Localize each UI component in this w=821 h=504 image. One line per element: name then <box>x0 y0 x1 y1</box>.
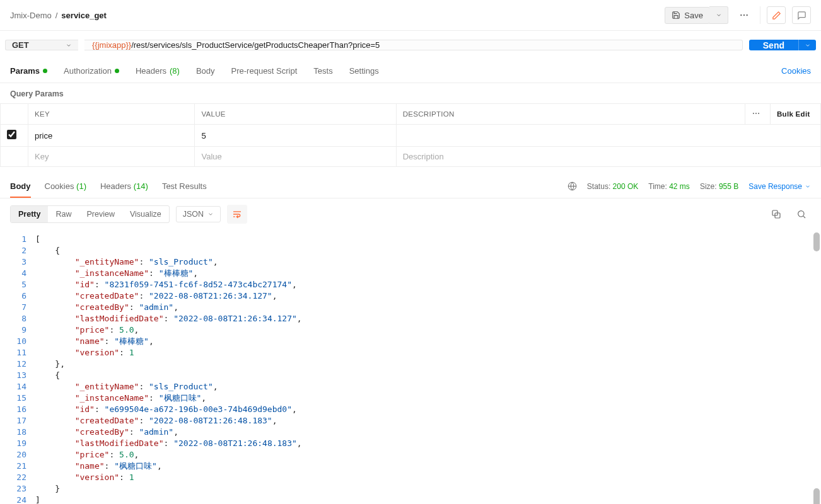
save-icon <box>672 11 680 20</box>
svg-point-3 <box>753 113 754 114</box>
svg-line-12 <box>803 216 805 218</box>
copy-button[interactable] <box>767 205 786 223</box>
tab-body[interactable]: Body <box>196 59 215 83</box>
param-row-empty: Key Value Description <box>1 147 821 167</box>
param-row: price 5 <box>1 125 821 147</box>
param-enable-checkbox[interactable] <box>7 130 16 139</box>
method-label: GET <box>12 40 29 50</box>
param-key-cell[interactable]: price <box>28 125 195 147</box>
comment-icon <box>797 11 806 20</box>
format-select[interactable]: JSON <box>176 206 221 222</box>
tab-headers[interactable]: Headers (8) <box>136 59 180 83</box>
chevron-down-icon <box>207 211 214 217</box>
svg-point-1 <box>743 14 745 16</box>
search-button[interactable] <box>792 205 811 223</box>
param-desc-input[interactable]: Description <box>396 147 820 167</box>
code-content[interactable]: [ { "_entityName": "sls_Product", "_inst… <box>35 230 821 504</box>
top-bar: Jmix-Demo / service_get Save <box>0 0 821 31</box>
tab-params[interactable]: Params <box>10 59 47 83</box>
save-label: Save <box>684 11 703 20</box>
response-body-editor[interactable]: 123456789101112131415161718192021222324 … <box>0 230 821 504</box>
view-visualize[interactable]: Visualize <box>122 206 169 222</box>
resp-tab-headers[interactable]: Headers (14) <box>100 175 148 198</box>
view-raw[interactable]: Raw <box>48 206 79 222</box>
breadcrumb-sep: / <box>55 11 58 20</box>
param-key-input[interactable]: Key <box>28 147 195 167</box>
query-params-title: Query Params <box>0 83 821 103</box>
breadcrumb-current: service_get <box>61 11 107 20</box>
scrollbar-thumb[interactable] <box>813 488 820 504</box>
row-options-button[interactable] <box>745 104 771 125</box>
dots-icon <box>739 10 749 20</box>
chevron-down-icon <box>716 12 722 18</box>
pencil-icon <box>772 11 781 20</box>
scrollbar-thumb[interactable] <box>813 232 820 251</box>
request-tabs: Params Authorization Headers (8) Body Pr… <box>0 59 821 83</box>
resp-tab-tests[interactable]: Test Results <box>162 175 207 198</box>
response-toolbar: Pretty Raw Preview Visualize JSON <box>0 198 821 230</box>
resp-tab-body[interactable]: Body <box>10 175 31 198</box>
line-gutter: 123456789101112131415161718192021222324 <box>0 230 35 504</box>
view-pretty[interactable]: Pretty <box>11 206 48 222</box>
divider <box>760 6 760 24</box>
tab-settings[interactable]: Settings <box>349 59 379 83</box>
cookies-link[interactable]: Cookies <box>781 66 811 76</box>
chevron-down-icon <box>66 42 72 49</box>
dot-icon <box>43 69 47 73</box>
response-tabs: Body Cookies (1) Headers (14) Test Resul… <box>0 175 821 198</box>
save-dropdown[interactable] <box>709 6 728 24</box>
request-row: GET {{jmixapp}}/rest/services/sls_Produc… <box>0 31 821 59</box>
query-params-table: KEY VALUE DESCRIPTION Bulk Edit price 5 … <box>0 103 821 167</box>
param-value-cell[interactable]: 5 <box>195 125 396 147</box>
col-desc: DESCRIPTION <box>396 104 745 125</box>
copy-icon <box>771 209 781 219</box>
response-meta: Status: 200 OK Time: 42 ms Size: 955 B S… <box>568 181 811 191</box>
svg-point-11 <box>798 211 804 217</box>
col-value: VALUE <box>195 104 396 125</box>
more-actions-button[interactable] <box>735 6 754 24</box>
wrap-icon <box>232 209 242 219</box>
method-select[interactable]: GET <box>5 40 78 50</box>
chevron-down-icon <box>805 183 811 190</box>
url-input[interactable]: {{jmixapp}}/rest/services/sls_ProductSer… <box>84 40 743 50</box>
view-preview[interactable]: Preview <box>79 206 122 222</box>
view-mode-segment: Pretty Raw Preview Visualize <box>10 205 170 223</box>
svg-point-4 <box>755 113 757 114</box>
globe-icon[interactable] <box>568 181 577 191</box>
send-dropdown[interactable] <box>798 40 816 50</box>
edit-docs-button[interactable] <box>767 6 786 24</box>
breadcrumb-root[interactable]: Jmix-Demo <box>10 11 52 20</box>
tab-prerequest[interactable]: Pre-request Script <box>231 59 298 83</box>
svg-point-0 <box>740 14 742 16</box>
param-value-input[interactable]: Value <box>195 147 396 167</box>
tab-tests[interactable]: Tests <box>313 59 332 83</box>
resp-tab-cookies[interactable]: Cookies (1) <box>45 175 86 198</box>
send-button[interactable]: Send <box>749 40 798 50</box>
url-variable: {{jmixapp}} <box>92 40 131 50</box>
svg-point-2 <box>746 14 747 16</box>
save-button[interactable]: Save <box>665 7 710 24</box>
param-desc-cell[interactable] <box>396 125 820 147</box>
bulk-edit-button[interactable]: Bulk Edit <box>771 104 821 125</box>
dot-icon <box>115 69 119 73</box>
wrap-lines-button[interactable] <box>227 205 247 224</box>
breadcrumb: Jmix-Demo / service_get <box>10 11 107 20</box>
tab-authorization[interactable]: Authorization <box>64 59 119 83</box>
search-icon <box>796 209 806 219</box>
chevron-down-icon <box>805 42 811 49</box>
col-key: KEY <box>28 104 195 125</box>
dots-icon <box>752 109 760 118</box>
save-response-button[interactable]: Save Response <box>748 182 811 191</box>
svg-point-5 <box>758 113 759 114</box>
comments-button[interactable] <box>792 6 811 24</box>
url-path: /rest/services/sls_ProductService/getPro… <box>131 40 380 50</box>
